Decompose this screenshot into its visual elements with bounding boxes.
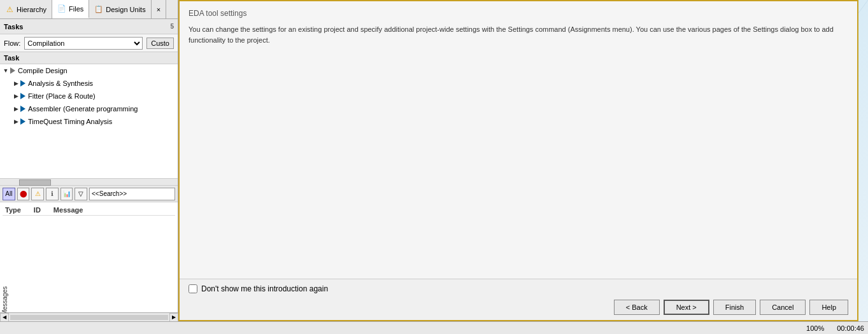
- horizontal-scrollbar[interactable]: [0, 178, 178, 186]
- tab-design-units-label: Design Units: [106, 6, 145, 13]
- files-icon: 📄: [57, 4, 66, 13]
- task-label-timequest: TimeQuest Timing Analysis: [28, 118, 112, 125]
- dont-show-checkbox[interactable]: [189, 284, 197, 293]
- filter-chart-button[interactable]: 📊: [60, 188, 73, 200]
- expand-arrow-compile: ▼: [3, 67, 9, 74]
- tab-files[interactable]: 📄 Files: [52, 0, 89, 18]
- tab-files-label: Files: [69, 5, 83, 13]
- tab-hierarchy-label: Hierarchy: [17, 6, 46, 13]
- dialog-button-row: < Back Next > Finish Cancel Help: [189, 300, 848, 315]
- flow-row: Flow: Compilation Custo: [0, 34, 178, 52]
- zoom-level: 100%: [806, 324, 824, 332]
- task-label-assembler: Assembler (Generate programming: [28, 105, 138, 113]
- tasks-label: Tasks: [4, 23, 23, 31]
- error-icon: ⬤: [20, 190, 27, 197]
- chart-icon: 📊: [63, 190, 71, 197]
- task-item-timequest[interactable]: ▶ TimeQuest Timing Analysis: [0, 115, 178, 128]
- dialog-body-text: You can change the settings for an exist…: [189, 24, 848, 45]
- tasks-header: Tasks 5: [0, 19, 178, 34]
- tabs-row: ⚠ Hierarchy 📄 Files 📋 Design Units ×: [0, 0, 178, 19]
- expand-arrow-analysis: ▶: [13, 80, 19, 87]
- info-icon: ℹ: [51, 190, 53, 197]
- messages-vertical-label: Messages: [1, 286, 8, 316]
- left-panel: ⚠ Hierarchy 📄 Files 📋 Design Units × Tas…: [0, 0, 178, 334]
- filter-warning-button[interactable]: ⚠: [31, 188, 44, 200]
- search-input[interactable]: [89, 188, 175, 200]
- filter-error-button[interactable]: ⬤: [17, 188, 30, 200]
- scroll-track[interactable]: [10, 315, 168, 320]
- filter-info-button[interactable]: ℹ: [46, 188, 59, 200]
- task-label-fitter: Fitter (Place & Route): [28, 92, 96, 100]
- bottom-scroll-nav: ◀ ▶: [0, 312, 178, 321]
- play-icon-analysis: [20, 80, 25, 87]
- custom-button[interactable]: Custo: [146, 38, 174, 49]
- col-message: Message: [53, 206, 83, 214]
- cancel-button[interactable]: Cancel: [760, 300, 806, 315]
- elapsed-time: 00:00:46: [837, 324, 864, 332]
- next-button[interactable]: Next >: [664, 300, 709, 315]
- play-icon-timequest: [20, 118, 25, 125]
- warning-icon: ⚠: [35, 190, 41, 197]
- scroll-right[interactable]: ▶: [169, 313, 178, 322]
- expand-arrow-assembler: ▶: [13, 106, 19, 112]
- tasks-action: 5: [170, 23, 174, 30]
- close-icon: ×: [157, 6, 160, 13]
- task-item-analysis[interactable]: ▶ Analysis & Synthesis: [0, 77, 178, 90]
- expand-arrow-timequest: ▶: [13, 118, 19, 125]
- task-item-fitter[interactable]: ▶ Fitter (Place & Route): [0, 90, 178, 102]
- col-type: Type: [5, 206, 21, 214]
- messages-column-headers: Type ID Message: [3, 205, 175, 216]
- scroll-left[interactable]: ◀: [0, 313, 9, 322]
- finish-button[interactable]: Finish: [713, 300, 756, 315]
- scrollbar-thumb[interactable]: [19, 179, 51, 186]
- dialog-section-title: EDA tool settings: [189, 8, 848, 19]
- task-label-compile: Compile Design: [18, 67, 68, 74]
- play-icon-assembler: [20, 106, 25, 112]
- dialog-content: EDA tool settings You can change the set…: [180, 1, 857, 279]
- tab-hierarchy[interactable]: ⚠ Hierarchy: [0, 0, 52, 18]
- task-item-compile[interactable]: ▼ Compile Design: [0, 64, 178, 77]
- tab-close[interactable]: ×: [152, 0, 166, 18]
- play-icon-fitter: [20, 93, 25, 99]
- dont-show-row: Don't show me this introduction again: [189, 284, 848, 293]
- dialog-bottom: Don't show me this introduction again < …: [180, 279, 857, 320]
- task-column-header: Task: [0, 52, 178, 64]
- back-button[interactable]: < Back: [614, 300, 660, 315]
- dialog-overlay: EDA tool settings You can change the set…: [178, 0, 868, 334]
- play-icon-compile: [10, 67, 15, 74]
- task-label-analysis: Analysis & Synthesis: [28, 80, 93, 87]
- flow-select[interactable]: Compilation: [24, 37, 143, 50]
- hierarchy-icon: ⚠: [5, 5, 14, 14]
- funnel-icon: ▽: [78, 190, 83, 197]
- messages-area: Type ID Message: [0, 202, 178, 321]
- task-item-assembler[interactable]: ▶ Assembler (Generate programming: [0, 102, 178, 115]
- expand-arrow-fitter: ▶: [13, 93, 19, 99]
- filter-funnel-button[interactable]: ▽: [75, 188, 87, 200]
- help-button[interactable]: Help: [809, 300, 848, 315]
- task-tree: ▼ Compile Design ▶ Analysis & Synthesis …: [0, 64, 178, 178]
- flow-label: Flow:: [4, 39, 20, 47]
- filter-all-button[interactable]: All: [3, 188, 15, 200]
- intro-dialog: EDA tool settings You can change the set…: [178, 0, 858, 321]
- status-bar: 100% 00:00:46: [0, 321, 868, 334]
- design-units-icon: 📋: [94, 5, 103, 14]
- tab-design-units[interactable]: 📋 Design Units: [89, 0, 151, 18]
- dont-show-label[interactable]: Don't show me this introduction again: [201, 284, 328, 293]
- col-id: ID: [34, 206, 41, 214]
- filter-toolbar: All ⬤ ⚠ ℹ 📊 ▽: [0, 186, 178, 202]
